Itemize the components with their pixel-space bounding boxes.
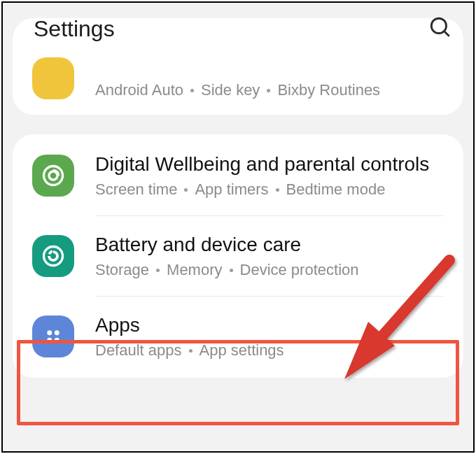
- settings-item-subtitle: Screen timeApp timersBedtime mode: [95, 180, 448, 199]
- settings-item-subtitle: Default appsApp settings: [95, 341, 448, 360]
- settings-item-title: Apps: [95, 313, 448, 337]
- svg-point-2: [44, 166, 63, 185]
- settings-item-apps[interactable]: Apps Default appsApp settings: [13, 297, 463, 376]
- wellbeing-icon: [32, 155, 74, 197]
- settings-group-prev: Android AutoSide keyBixby Routines: [13, 18, 463, 115]
- settings-item-subtitle: StorageMemoryDevice protection: [95, 261, 448, 279]
- settings-item-advanced-features[interactable]: Android AutoSide keyBixby Routines: [13, 18, 463, 115]
- settings-group-main: Digital Wellbeing and parental controls …: [13, 134, 463, 378]
- settings-item-battery[interactable]: Battery and device care StorageMemoryDev…: [13, 216, 463, 296]
- settings-item-subtitle: Android AutoSide keyBixby Routines: [95, 81, 448, 99]
- settings-item-title: Digital Wellbeing and parental controls: [95, 152, 448, 176]
- svg-point-6: [55, 330, 59, 335]
- battery-care-icon: [32, 235, 74, 277]
- advanced-features-icon: [32, 57, 74, 99]
- svg-point-7: [47, 338, 52, 343]
- settings-item-digital-wellbeing[interactable]: Digital Wellbeing and parental controls …: [13, 136, 463, 215]
- apps-icon: [32, 315, 74, 357]
- svg-point-8: [55, 338, 59, 343]
- svg-point-5: [47, 330, 52, 335]
- svg-point-4: [44, 246, 63, 265]
- settings-item-title: Battery and device care: [95, 233, 448, 257]
